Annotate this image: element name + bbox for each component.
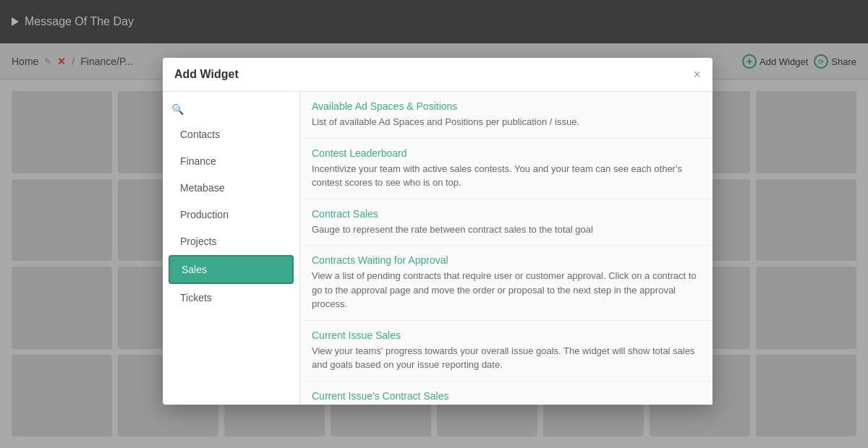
widget-title-contest-leaderboard[interactable]: Contest Leaderboard <box>312 147 701 159</box>
add-widget-modal: Add Widget × 🔍 Contacts Finance Metabase… <box>163 58 712 405</box>
search-icon: 🔍 <box>171 103 184 115</box>
widget-list: Available Ad Spaces & Positions List of … <box>300 92 712 405</box>
search-row: 🔍 <box>163 98 299 121</box>
widget-title-contracts-waiting-approval[interactable]: Contracts Waiting for Approval <box>312 254 701 266</box>
sidebar-item-sales[interactable]: Sales <box>169 255 294 284</box>
modal-sidebar: 🔍 Contacts Finance Metabase Production P… <box>163 92 300 405</box>
sidebar-item-metabase[interactable]: Metabase <box>169 175 294 201</box>
widget-desc-current-issue-contract-sales: Gauge for current issues' total ad contr… <box>312 405 701 405</box>
modal-close-button[interactable]: × <box>693 68 701 81</box>
widget-title-current-issue-sales[interactable]: Current Issue Sales <box>312 329 701 341</box>
widget-desc-contract-sales: Gauge to represent the rate between cont… <box>312 223 701 237</box>
widget-item-contest-leaderboard: Contest Leaderboard Incentivize your tea… <box>300 139 712 199</box>
widget-title-available-ad-spaces[interactable]: Available Ad Spaces & Positions <box>312 100 701 112</box>
widget-item-contracts-waiting-approval: Contracts Waiting for Approval View a li… <box>300 246 712 321</box>
widget-item-current-issue-sales: Current Issue Sales View your teams' pro… <box>300 321 712 382</box>
widget-item-available-ad-spaces: Available Ad Spaces & Positions List of … <box>300 92 712 139</box>
modal-title: Add Widget <box>174 68 239 81</box>
sidebar-item-production[interactable]: Production <box>169 202 294 228</box>
widget-desc-available-ad-spaces: List of available Ad Spaces and Position… <box>312 115 701 129</box>
sidebar-item-contacts[interactable]: Contacts <box>169 121 294 147</box>
sidebar-item-finance[interactable]: Finance <box>169 148 294 174</box>
sidebar-item-projects[interactable]: Projects <box>169 228 294 254</box>
widget-desc-contracts-waiting-approval: View a list of pending contracts that re… <box>312 269 701 311</box>
sidebar-item-tickets[interactable]: Tickets <box>169 285 294 311</box>
widget-desc-current-issue-sales: View your teams' progress towards your o… <box>312 344 701 372</box>
widget-title-contract-sales[interactable]: Contract Sales <box>312 208 701 220</box>
widget-title-current-issue-contract-sales[interactable]: Current Issue's Contract Sales <box>312 390 701 402</box>
search-input[interactable] <box>188 103 291 115</box>
widget-item-current-issue-contract-sales: Current Issue's Contract Sales Gauge for… <box>300 382 712 405</box>
modal-body: 🔍 Contacts Finance Metabase Production P… <box>163 92 712 405</box>
modal-header: Add Widget × <box>163 58 712 92</box>
widget-item-contract-sales: Contract Sales Gauge to represent the ra… <box>300 199 712 246</box>
widget-desc-contest-leaderboard: Incentivize your team with active sales … <box>312 162 701 190</box>
